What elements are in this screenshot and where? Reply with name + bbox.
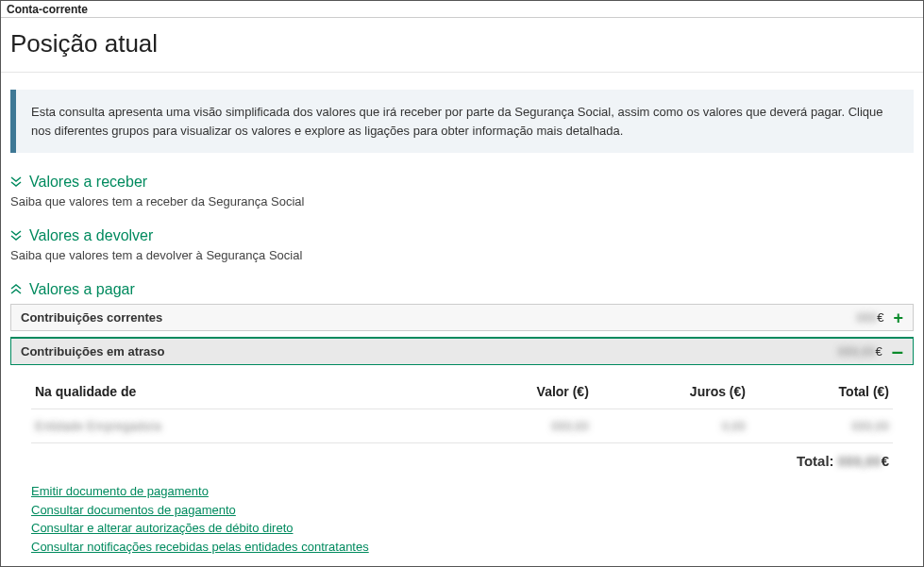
accordion-right: 000,00€ – [838, 344, 903, 359]
cell-valor: 000,00 [445, 409, 593, 443]
accordion-label: Contribuições correntes [21, 310, 162, 325]
section-title: Valores a receber [29, 174, 147, 191]
detail-table: Na qualidade de Valor (€) Juros (€) Tota… [31, 378, 893, 443]
chevron-down-double-icon [10, 176, 25, 188]
link-consultar-autorizacoes[interactable]: Consultar e alterar autorizações de débi… [31, 519, 294, 538]
col-juros: Juros (€) [593, 378, 749, 409]
divider [1, 72, 923, 73]
cell-total: 000,00 [749, 409, 893, 443]
section-pagar: Valores a pagar [10, 281, 914, 298]
cell-qualidade: Entidade Empregadora [31, 409, 445, 443]
accordion-contribuicoes-correntes[interactable]: Contribuições correntes 000€ + [10, 304, 914, 331]
link-emitir-documento[interactable]: Emitir documento de pagamento [31, 482, 209, 501]
accordion-value: 000€ [857, 310, 884, 325]
section-receber: Valores a receber Saiba que valores tem … [10, 174, 914, 208]
minus-icon[interactable]: – [892, 345, 903, 359]
accordion-value: 000,00€ [838, 344, 882, 359]
total-value: 000,00 [838, 453, 882, 469]
total-euro: € [882, 453, 889, 469]
panel-header: Conta-corrente [1, 1, 923, 18]
col-qualidade: Na qualidade de [31, 378, 445, 409]
section-toggle-receber[interactable]: Valores a receber [10, 174, 914, 191]
accordion-detail: Na qualidade de Valor (€) Juros (€) Tota… [10, 365, 914, 563]
page-title: Posição atual [10, 29, 914, 58]
info-box: Esta consulta apresenta uma visão simpli… [10, 90, 914, 153]
accordion-contribuicoes-atraso[interactable]: Contribuições em atraso 000,00€ – [10, 337, 914, 365]
cell-juros: 0,00 [593, 409, 749, 443]
section-toggle-devolver[interactable]: Valores a devolver [10, 227, 914, 244]
section-title: Valores a devolver [29, 227, 153, 244]
section-title: Valores a pagar [29, 281, 135, 298]
link-consultar-documentos[interactable]: Consultar documentos de pagamento [31, 501, 236, 520]
total-line: Total: 000,00€ [31, 443, 893, 482]
accordion-right: 000€ + [857, 310, 903, 325]
section-devolver: Valores a devolver Saiba que valores tem… [10, 227, 914, 262]
section-subtitle: Saiba que valores tem a receber da Segur… [10, 194, 914, 208]
content: Posição atual Esta consulta apresenta um… [1, 18, 923, 567]
total-label: Total: [797, 453, 834, 469]
col-total: Total (€) [749, 378, 893, 409]
link-consultar-notificacoes[interactable]: Consultar notificações recebidas pelas e… [31, 538, 369, 557]
plus-icon[interactable]: + [893, 311, 903, 325]
accordion-label: Contribuições em atraso [21, 344, 164, 359]
col-valor: Valor (€) [445, 378, 593, 409]
chevron-down-double-icon [10, 230, 25, 242]
section-toggle-pagar[interactable]: Valores a pagar [10, 281, 914, 298]
section-subtitle: Saiba que valores tem a devolver à Segur… [10, 248, 914, 262]
chevron-up-double-icon [10, 284, 25, 295]
table-row: Entidade Empregadora 000,00 0,00 000,00 [31, 409, 893, 443]
action-links: Emitir documento de pagamento Consultar … [31, 482, 893, 556]
panel: Conta-corrente Posição atual Esta consul… [0, 0, 924, 567]
